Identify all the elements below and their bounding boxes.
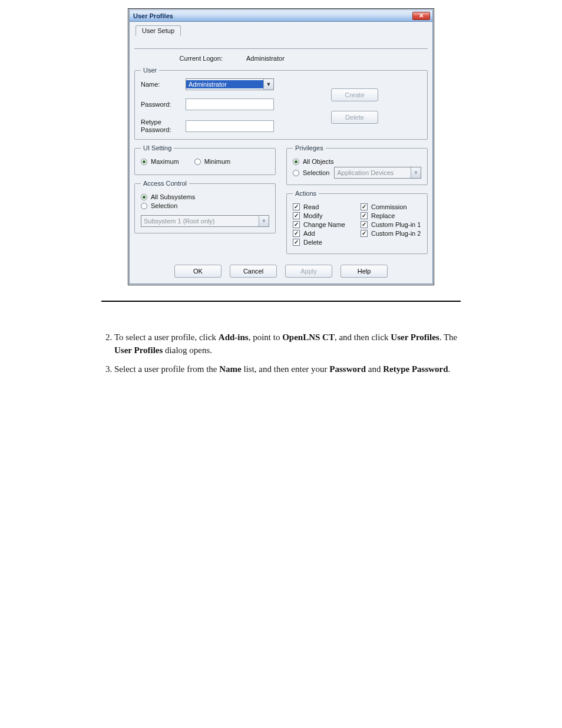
- bold-retype-password: Retype Password: [383, 364, 448, 374]
- bold-password: Password: [329, 364, 366, 374]
- dialog-window: User Profiles ✕ User Setup Current Logon…: [129, 9, 433, 284]
- titlebar: User Profiles ✕: [130, 10, 432, 22]
- step-2: To select a user profile, click Add-ins,…: [114, 331, 461, 357]
- chevron-down-icon: ▼: [263, 79, 273, 90]
- radio-ac-selection[interactable]: Selection: [141, 202, 269, 209]
- radio-maximum[interactable]: Maximum: [141, 158, 179, 165]
- step-3: Select a user profile from the Name list…: [114, 363, 461, 376]
- check-add-label: Add: [303, 230, 315, 237]
- subsystem-combo: Subsystem 1 (Root only) ▼: [141, 215, 269, 227]
- check-replace[interactable]: Replace: [361, 212, 421, 219]
- bold-user-profiles: User Profiles: [391, 332, 439, 342]
- user-profiles-dialog-figure: User Profiles ✕ User Setup Current Logon…: [128, 8, 434, 285]
- text: list, and then enter your: [242, 364, 330, 374]
- current-logon-value: Administrator: [246, 55, 285, 62]
- check-add[interactable]: Add: [293, 230, 353, 237]
- ui-setting-group: UI Setting Maximum Minimum: [134, 144, 276, 175]
- check-read-label: Read: [303, 203, 319, 210]
- check-modify[interactable]: Modify: [293, 212, 353, 219]
- radio-priv-selection[interactable]: Selection: [293, 169, 329, 176]
- current-logon-label: Current Logon:: [134, 55, 223, 62]
- dialog-title: User Profiles: [133, 12, 173, 19]
- check-delete-label: Delete: [303, 239, 322, 246]
- instruction-paragraphs: To select a user profile, click Add-ins,…: [101, 331, 461, 375]
- bold-add-ins: Add-ins: [219, 332, 249, 342]
- chevron-down-icon: ▼: [259, 216, 269, 226]
- apply-button[interactable]: Apply: [285, 265, 332, 278]
- figure-rule: [101, 301, 461, 302]
- radio-priv-selection-label: Selection: [303, 169, 329, 176]
- radio-all-subsystems-label: All Subsystems: [151, 193, 195, 200]
- name-combo[interactable]: Administrator ▼: [186, 78, 274, 90]
- check-replace-label: Replace: [371, 212, 395, 219]
- check-plugin1-label: Custom Plug-in 1: [371, 221, 421, 228]
- access-control-group: Access Control All Subsystems Selection …: [134, 180, 276, 233]
- password-label: Password:: [141, 101, 182, 108]
- radio-minimum[interactable]: Minimum: [194, 158, 231, 165]
- name-label: Name:: [141, 81, 182, 88]
- check-modify-label: Modify: [303, 212, 322, 219]
- actions-legend: Actions: [293, 190, 319, 197]
- retype-password-field[interactable]: [186, 120, 274, 132]
- cancel-button[interactable]: Cancel: [230, 265, 277, 278]
- create-button[interactable]: Create: [331, 88, 378, 101]
- privileges-group: Privileges All Objects Selection Applica…: [286, 144, 428, 185]
- check-plugin1[interactable]: Custom Plug-in 1: [361, 221, 421, 228]
- radio-minimum-label: Minimum: [204, 158, 231, 165]
- tab-user-setup[interactable]: User Setup: [135, 25, 181, 36]
- text: Select a user profile from the: [114, 364, 219, 374]
- radio-all-subsystems[interactable]: All Subsystems: [141, 193, 269, 200]
- check-delete[interactable]: Delete: [293, 239, 353, 246]
- subsystem-combo-value: Subsystem 1 (Root only): [141, 217, 259, 225]
- access-control-legend: Access Control: [141, 180, 189, 187]
- check-change-name[interactable]: Change Name: [293, 221, 353, 228]
- help-button[interactable]: Help: [340, 265, 388, 278]
- actions-group: Actions Read Modify Change Name Add Dele…: [286, 190, 428, 254]
- text: , and then click: [335, 332, 391, 342]
- user-group-legend: User: [141, 67, 159, 74]
- check-plugin2-label: Custom Plug-in 2: [371, 230, 421, 237]
- tabstrip: User Setup: [134, 25, 428, 37]
- text: .: [448, 364, 451, 374]
- bold-openlns-ct: OpenLNS CT: [282, 332, 335, 342]
- privileges-combo: Application Devices ▼: [334, 167, 421, 179]
- radio-all-objects-label: All Objects: [303, 158, 334, 165]
- retype-label: Retype Password:: [141, 118, 182, 133]
- bold-user-profiles-2: User Profiles: [114, 345, 163, 355]
- password-field[interactable]: [186, 98, 274, 110]
- text: To select a user profile, click: [114, 332, 219, 342]
- text: . The: [439, 332, 458, 342]
- check-commission-label: Commission: [371, 203, 407, 210]
- ui-setting-legend: UI Setting: [141, 144, 174, 151]
- check-commission[interactable]: Commission: [361, 203, 421, 210]
- text: dialog opens.: [163, 345, 212, 355]
- ok-button[interactable]: OK: [174, 265, 222, 278]
- radio-ac-selection-label: Selection: [151, 202, 177, 209]
- bold-name: Name: [219, 364, 242, 374]
- text: and: [366, 364, 383, 374]
- check-plugin2[interactable]: Custom Plug-in 2: [361, 230, 421, 237]
- radio-all-objects[interactable]: All Objects: [293, 158, 421, 165]
- name-combo-value: Administrator: [186, 80, 263, 88]
- privileges-legend: Privileges: [293, 144, 326, 151]
- delete-button[interactable]: Delete: [331, 111, 378, 124]
- user-group: User Name: Administrator ▼ Password: Ret…: [134, 67, 428, 140]
- check-change-name-label: Change Name: [303, 221, 345, 228]
- close-icon[interactable]: ✕: [412, 12, 430, 20]
- privileges-combo-value: Application Devices: [335, 169, 411, 177]
- check-read[interactable]: Read: [293, 203, 353, 210]
- chevron-down-icon: ▼: [411, 167, 421, 178]
- radio-maximum-label: Maximum: [151, 158, 179, 165]
- text: , point to: [249, 332, 283, 342]
